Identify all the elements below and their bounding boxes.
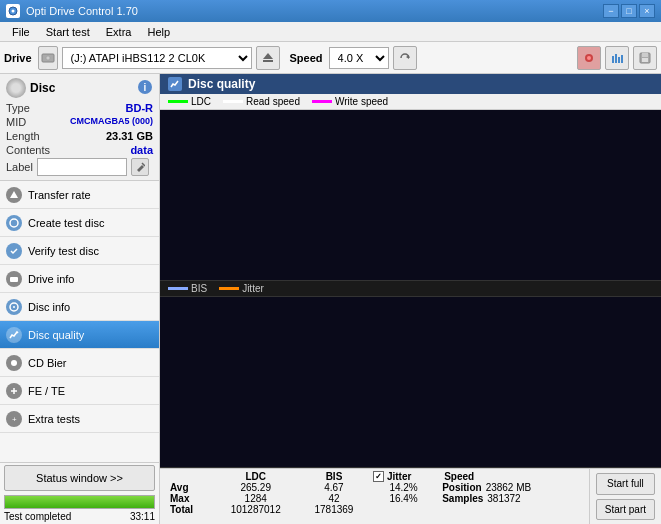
drive-info-icon bbox=[6, 271, 22, 287]
max-bis: 42 bbox=[299, 493, 369, 504]
nav-disc-quality-label: Disc quality bbox=[28, 329, 84, 341]
nav-transfer-rate-label: Transfer rate bbox=[28, 189, 91, 201]
avg-ldc: 265.29 bbox=[212, 482, 299, 493]
max-ldc: 1284 bbox=[212, 493, 299, 504]
jitter-checkbox[interactable]: ✓ bbox=[373, 471, 384, 482]
svg-text:i: i bbox=[144, 82, 147, 93]
main-content: Disc i Type BD-R MID CMCMAGBA5 (000) Len… bbox=[0, 74, 661, 524]
drive-icon-btn bbox=[38, 46, 58, 70]
nav-transfer-rate[interactable]: Transfer rate bbox=[0, 181, 159, 209]
minimize-button[interactable]: − bbox=[603, 4, 619, 18]
type-value: BD-R bbox=[126, 102, 154, 114]
nav-cd-bier[interactable]: CD Bier bbox=[0, 349, 159, 377]
svg-rect-12 bbox=[621, 55, 623, 63]
col-header-empty bbox=[166, 471, 212, 482]
bottom-chart bbox=[160, 297, 661, 468]
nav-fe-te[interactable]: FE / TE bbox=[0, 377, 159, 405]
read-speed-legend-color bbox=[223, 100, 243, 103]
start-part-btn[interactable]: Start part bbox=[596, 499, 655, 521]
stats-table: LDC BIS ✓ Jitter Speed bbox=[160, 469, 589, 524]
speed-select[interactable]: 4.0 X bbox=[329, 47, 389, 69]
svg-marker-4 bbox=[263, 53, 273, 59]
jitter-legend-label: Jitter bbox=[242, 283, 264, 294]
bottom-stats: LDC BIS ✓ Jitter Speed bbox=[160, 468, 661, 524]
legend-bottom: BIS Jitter bbox=[160, 281, 661, 297]
start-full-btn[interactable]: Start full bbox=[596, 473, 655, 495]
status-window-btn[interactable]: Status window >> bbox=[4, 465, 155, 491]
svg-text:+: + bbox=[12, 415, 17, 424]
jitter-legend-color bbox=[219, 287, 239, 290]
svg-marker-19 bbox=[10, 191, 18, 198]
extra-tests-icon: + bbox=[6, 411, 22, 427]
top-chart-canvas bbox=[160, 110, 460, 260]
label-edit-btn[interactable] bbox=[131, 158, 149, 176]
disc-info-icon[interactable]: i bbox=[137, 79, 153, 97]
col-header-jitter-check: ✓ Jitter bbox=[369, 471, 438, 482]
menu-help[interactable]: Help bbox=[139, 24, 178, 40]
ldc-legend-label: LDC bbox=[191, 96, 211, 107]
eject-button[interactable] bbox=[256, 46, 280, 70]
menu-extra[interactable]: Extra bbox=[98, 24, 140, 40]
status-bar: Status window >> Test completed 33:11 bbox=[0, 462, 159, 524]
ldc-legend-color bbox=[168, 100, 188, 103]
refresh-button[interactable] bbox=[393, 46, 417, 70]
speed-label: Speed bbox=[290, 52, 323, 64]
nav-drive-info[interactable]: Drive info bbox=[0, 265, 159, 293]
nav-disc-info[interactable]: Disc info bbox=[0, 293, 159, 321]
max-label: Max bbox=[166, 493, 212, 504]
samples-cell: Samples 381372 bbox=[438, 493, 583, 504]
label-key: Label bbox=[6, 161, 33, 173]
title-bar: Opti Drive Control 1.70 − □ × bbox=[0, 0, 661, 22]
window-title: Opti Drive Control 1.70 bbox=[26, 5, 138, 17]
top-chart bbox=[160, 110, 661, 281]
drive-label: Drive bbox=[4, 52, 32, 64]
position-label: Position bbox=[442, 482, 481, 493]
svg-point-1 bbox=[12, 10, 15, 13]
stats-max-row: Max 1284 42 16.4% Samples 381372 bbox=[166, 493, 583, 504]
save-button[interactable] bbox=[633, 46, 657, 70]
nav-fe-te-label: FE / TE bbox=[28, 385, 65, 397]
menu-start-test[interactable]: Start test bbox=[38, 24, 98, 40]
nav-create-test-disc[interactable]: Create test disc bbox=[0, 209, 159, 237]
maximize-button[interactable]: □ bbox=[621, 4, 637, 18]
graph-button[interactable] bbox=[605, 46, 629, 70]
label-input[interactable] bbox=[37, 158, 127, 176]
nav-disc-quality[interactable]: Disc quality bbox=[0, 321, 159, 349]
menu-file[interactable]: File bbox=[4, 24, 38, 40]
disc-info-icon bbox=[6, 299, 22, 315]
nav-extra-tests[interactable]: + Extra tests bbox=[0, 405, 159, 433]
chart-title: Disc quality bbox=[188, 77, 255, 91]
transfer-rate-icon bbox=[6, 187, 22, 203]
nav-verify-test-disc[interactable]: Verify test disc bbox=[0, 237, 159, 265]
disc-section: Disc i Type BD-R MID CMCMAGBA5 (000) Len… bbox=[0, 74, 159, 181]
create-test-icon bbox=[6, 215, 22, 231]
avg-label: Avg bbox=[166, 482, 212, 493]
svg-point-23 bbox=[13, 306, 15, 308]
write-speed-legend-label: Write speed bbox=[335, 96, 388, 107]
close-button[interactable]: × bbox=[639, 4, 655, 18]
svg-point-20 bbox=[10, 219, 18, 227]
drive-select[interactable]: (J:) ATAPI iHBS112 2 CL0K bbox=[62, 47, 252, 69]
nav-extra-tests-label: Extra tests bbox=[28, 413, 80, 425]
stats-total-row: Total 101287012 1781369 bbox=[166, 504, 583, 515]
nav-section: Transfer rate Create test disc Verify te… bbox=[0, 181, 159, 462]
charts-area: BIS Jitter bbox=[160, 110, 661, 468]
status-time: 33:11 bbox=[130, 511, 155, 522]
samples-label: Samples bbox=[442, 493, 483, 504]
nav-drive-info-label: Drive info bbox=[28, 273, 74, 285]
fe-te-icon bbox=[6, 383, 22, 399]
nav-verify-test-label: Verify test disc bbox=[28, 245, 99, 257]
chart-icon bbox=[168, 77, 182, 91]
svg-rect-14 bbox=[642, 53, 648, 57]
length-label: Length bbox=[6, 130, 40, 142]
svg-rect-5 bbox=[263, 60, 273, 62]
bis-legend-color bbox=[168, 287, 188, 290]
total-bis: 1781369 bbox=[299, 504, 369, 515]
mid-label: MID bbox=[6, 116, 26, 128]
nav-disc-info-label: Disc info bbox=[28, 301, 70, 313]
settings-button[interactable] bbox=[577, 46, 601, 70]
mid-value: CMCMAGBA5 (000) bbox=[70, 116, 153, 128]
total-label: Total bbox=[166, 504, 212, 515]
read-speed-legend-label: Read speed bbox=[246, 96, 300, 107]
nav-create-test-label: Create test disc bbox=[28, 217, 104, 229]
